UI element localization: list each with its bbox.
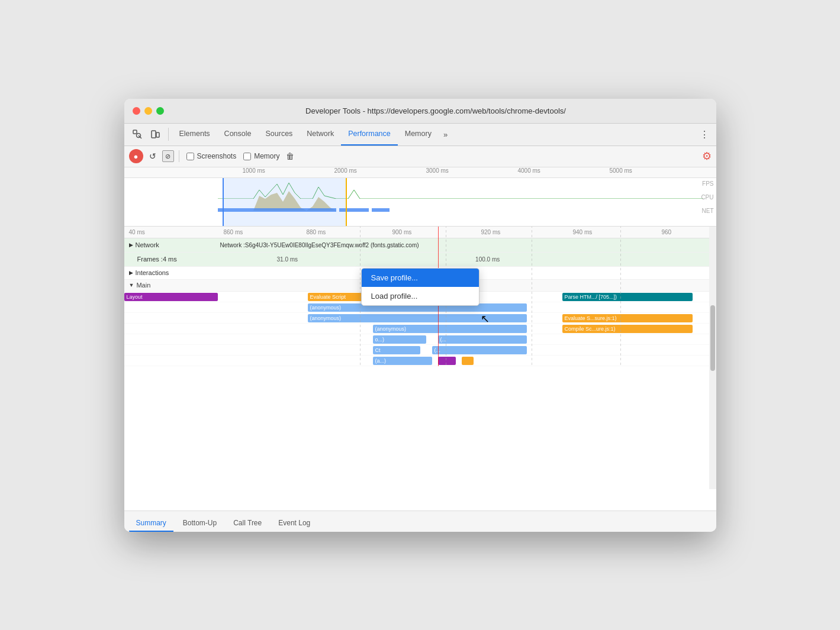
timeline-overview[interactable]: 1000 ms 2000 ms 3000 ms 4000 ms 5000 ms <box>124 167 716 227</box>
ct-block[interactable]: Ct <box>373 346 420 354</box>
svg-rect-2 <box>152 131 156 138</box>
traffic-lights <box>133 107 164 115</box>
settings-icon[interactable]: ⚙ <box>702 150 712 163</box>
cpu-label: CPU <box>701 194 713 201</box>
o-block[interactable]: o...) <box>373 335 426 344</box>
tab-menu-icon[interactable]: ⋮ <box>697 127 712 141</box>
performance-toolbar: ● ↺ ⊘ Screenshots Memory 🗑 ⚙ <box>124 146 716 167</box>
tab-elements[interactable]: Elements <box>172 123 217 146</box>
scrollbar-track[interactable] <box>709 227 716 489</box>
clear-button[interactable]: ⊘ <box>162 150 174 162</box>
screenshots-checkbox[interactable] <box>186 153 194 160</box>
main-toggle-icon: ▼ <box>129 282 134 288</box>
frames-track-row[interactable]: Frames :4 ms 31.0 ms 100.0 ms <box>124 253 716 267</box>
detail-mark-880: 880 ms <box>307 229 326 235</box>
parse-html-block[interactable]: Parse HTM.../ [705...]) <box>562 293 693 301</box>
frames-content: 31.0 ms 100.0 ms <box>218 253 716 266</box>
anon-dot-block-1[interactable]: (... <box>438 335 527 344</box>
inspect-icon[interactable] <box>129 126 146 143</box>
vline-1 <box>360 227 361 366</box>
detail-mark-920: 920 ms <box>481 229 501 235</box>
a-inner-yellow <box>462 357 474 365</box>
detail-mark-940: 940 ms <box>573 229 593 235</box>
tab-separator <box>168 128 169 141</box>
flame-row-4: o...) (... <box>124 334 716 345</box>
frames-label: Frames :4 ms <box>124 256 218 263</box>
anon-dot-block-2[interactable]: (... <box>432 346 527 354</box>
tab-event-log[interactable]: Event Log <box>271 515 317 532</box>
titlebar: Developer Tools - https://developers.goo… <box>124 99 716 124</box>
flame-row-6: (a...) <box>124 356 716 366</box>
detail-mark-960: 960 <box>662 229 672 235</box>
svg-rect-0 <box>133 130 137 134</box>
screenshots-checkbox-group[interactable]: Screenshots <box>186 152 237 160</box>
a-inner-purple <box>438 357 456 365</box>
maximize-button[interactable] <box>156 107 164 115</box>
network-label: ▶ Network <box>124 241 218 248</box>
bottom-tab-bar: Summary Bottom-Up Call Tree Event Log <box>124 511 716 532</box>
reload-button[interactable]: ↺ <box>146 149 160 163</box>
network-content: Network :S6g4U3t-Y5UEw0IE80IlgEseQY3FEmq… <box>218 238 716 252</box>
memory-checkbox[interactable] <box>243 153 251 160</box>
flame-row-5: Ct (... <box>124 345 716 356</box>
device-icon[interactable] <box>147 126 163 143</box>
close-button[interactable] <box>133 107 140 115</box>
fps-label: FPS <box>702 180 713 187</box>
flame-row-2: (anonymous) Evaluate S...sure.js:1) <box>124 313 716 324</box>
tab-sources[interactable]: Sources <box>258 123 300 146</box>
trash-icon[interactable]: 🗑 <box>286 151 294 161</box>
compile-block[interactable]: Compile Sc...ure.js:1) <box>562 325 693 333</box>
anon-block-3[interactable]: (anonymous) <box>373 325 527 333</box>
svg-rect-3 <box>156 133 159 137</box>
detail-mark-0: 40 ms <box>129 229 145 235</box>
minimize-button[interactable] <box>144 107 152 115</box>
memory-checkbox-group[interactable]: Memory <box>243 152 279 160</box>
tab-bottom-up[interactable]: Bottom-Up <box>176 515 224 532</box>
detail-mark-900: 900 ms <box>392 229 412 235</box>
tab-call-tree[interactable]: Call Tree <box>226 515 269 532</box>
tab-performance[interactable]: Performance <box>341 123 398 146</box>
devtools-tab-bar: Elements Console Sources Network Perform… <box>124 124 716 146</box>
timeline-detail[interactable]: 40 ms 860 ms 880 ms 900 ms 920 ms 940 ms… <box>124 227 716 511</box>
detail-mark-860: 860 ms <box>224 229 243 235</box>
eval-sure-block[interactable]: Evaluate S...sure.js:1) <box>562 314 693 322</box>
ruler-mark-2000: 2000 ms <box>334 167 357 174</box>
more-tabs-icon[interactable]: » <box>439 130 452 139</box>
flame-chart: Layout Evaluate Script Parse HTM.../ [70… <box>124 292 716 366</box>
ruler-mark-1000: 1000 ms <box>243 167 265 174</box>
anon-block-2[interactable]: (anonymous) <box>308 314 527 322</box>
devtools-window: Developer Tools - https://developers.goo… <box>124 99 716 532</box>
toolbar-sep-1 <box>179 150 179 162</box>
interactions-label: ▶ Interactions <box>124 269 218 276</box>
tab-network[interactable]: Network <box>300 123 341 146</box>
save-profile-item[interactable]: Save profile... <box>362 269 479 287</box>
tab-summary[interactable]: Summary <box>129 515 173 532</box>
layout-block[interactable]: Layout <box>124 293 218 301</box>
vline-4 <box>620 227 621 366</box>
context-menu: Save profile... Load profile... <box>361 268 479 306</box>
record-button[interactable]: ● <box>129 149 143 163</box>
ruler-mark-3000: 3000 ms <box>426 167 449 174</box>
tab-memory[interactable]: Memory <box>398 123 439 146</box>
scrollbar-thumb[interactable] <box>710 305 715 371</box>
ruler-mark-4000: 4000 ms <box>518 167 540 174</box>
window-title: Developer Tools - https://developers.goo… <box>164 106 708 115</box>
network-track-row[interactable]: ▶ Network Network :S6g4U3t-Y5UEw0IE80Ilg… <box>124 238 716 253</box>
a-block[interactable]: (a...) <box>373 357 432 365</box>
tab-console[interactable]: Console <box>217 123 259 146</box>
detail-ruler: 40 ms 860 ms 880 ms 900 ms 920 ms 940 ms… <box>124 227 716 238</box>
ruler-mark-5000: 5000 ms <box>610 167 632 174</box>
vline-3 <box>532 227 532 366</box>
net-label: NET <box>702 208 714 214</box>
flame-row-3: (anonymous) Compile Sc...ure.js:1) <box>124 324 716 334</box>
load-profile-item[interactable]: Load profile... <box>362 287 479 305</box>
